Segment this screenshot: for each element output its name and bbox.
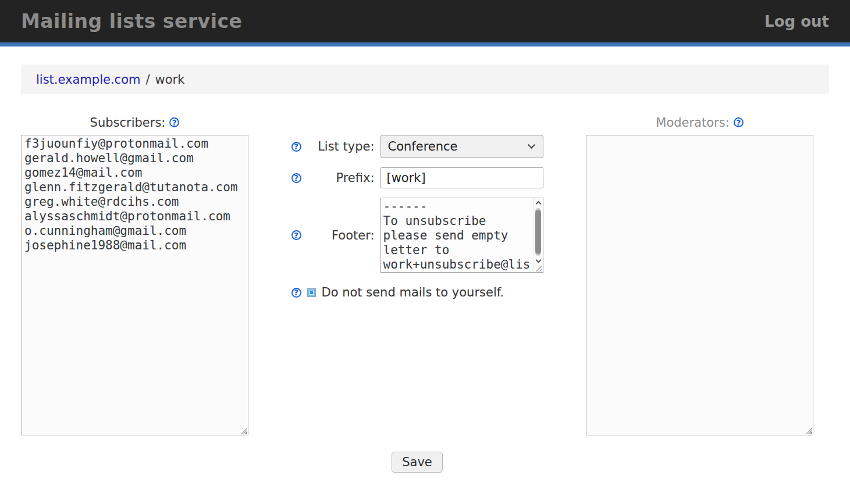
checkbox-checked-mark: [310, 291, 314, 295]
subscribers-textarea[interactable]: f3juounfiy@protonmail.com gerald.howell@…: [21, 135, 248, 435]
subscribers-heading: Subscribers: ?: [21, 115, 248, 130]
list-settings-form: ? List type: Conference ? Prefix: ? Foot…: [248, 135, 586, 435]
logout-link[interactable]: Log out: [764, 13, 829, 30]
prefix-row: ? Prefix:: [291, 167, 543, 188]
app-title: Mailing lists service: [21, 10, 242, 33]
moderators-heading: Moderators: ?: [586, 115, 813, 130]
list-type-label: List type:: [310, 140, 375, 153]
app-header: Mailing lists service Log out: [0, 0, 850, 47]
moderators-area: [586, 135, 813, 435]
self-mail-row: ? Do not send mails to yourself.: [291, 285, 543, 299]
list-type-select[interactable]: Conference: [380, 135, 543, 158]
scroll-down-icon[interactable]: [535, 258, 541, 263]
prefix-help-icon[interactable]: ?: [291, 173, 301, 183]
list-type-row: ? List type: Conference: [291, 135, 543, 158]
scrollbar-thumb[interactable]: [535, 210, 541, 254]
footer-row: ? Footer: ------ To unsubscribe please s…: [291, 198, 543, 273]
subscribers-help-icon[interactable]: ?: [169, 117, 179, 127]
subscribers-label: Subscribers:: [90, 116, 166, 130]
save-area: Save: [248, 452, 586, 473]
moderators-textarea[interactable]: [586, 135, 813, 435]
breadcrumb: list.example.com / work: [21, 65, 829, 94]
prefix-label: Prefix:: [310, 171, 375, 185]
footer-label: Footer:: [310, 228, 375, 242]
footer-field: ------ To unsubscribe please send empty …: [380, 198, 543, 273]
self-mail-checkbox[interactable]: [307, 288, 316, 297]
footer-textarea[interactable]: ------ To unsubscribe please send empty …: [381, 198, 534, 272]
breadcrumb-domain-link[interactable]: list.example.com: [36, 73, 140, 87]
save-button[interactable]: Save: [392, 452, 443, 473]
footer-help-icon[interactable]: ?: [291, 230, 301, 240]
breadcrumb-current-list: work: [155, 73, 185, 87]
self-mail-help-icon[interactable]: ?: [291, 288, 301, 298]
footer-scrollbar[interactable]: [534, 198, 543, 272]
subscribers-area: f3juounfiy@protonmail.com gerald.howell@…: [21, 135, 248, 435]
moderators-label: Moderators:: [656, 116, 729, 130]
main-content: Subscribers: ? Moderators: ? f3juounfiy@…: [0, 115, 850, 473]
list-type-select-wrap: Conference: [380, 135, 543, 158]
prefix-input[interactable]: [380, 167, 543, 188]
scroll-up-icon[interactable]: [535, 201, 541, 207]
list-type-help-icon[interactable]: ?: [291, 142, 301, 152]
self-mail-label: Do not send mails to yourself.: [322, 285, 504, 299]
breadcrumb-separator: /: [145, 73, 150, 87]
moderators-help-icon[interactable]: ?: [734, 117, 744, 127]
